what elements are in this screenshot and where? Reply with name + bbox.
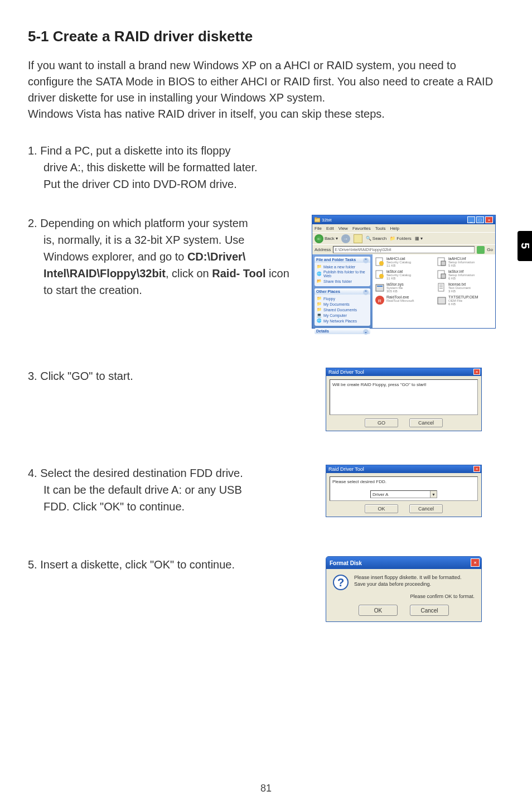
minimize-button[interactable]: _ — [467, 216, 475, 223]
format-disk-confirm: Please confirm OK to format. — [333, 594, 475, 599]
go-button[interactable]: GO — [365, 418, 398, 427]
up-button[interactable] — [354, 234, 362, 243]
task-publish[interactable]: 🌐Publish this folder to the Web — [317, 269, 368, 278]
ok-button[interactable]: OK — [359, 605, 398, 616]
format-disk-body: ? Please insert floppy diskette. It will… — [326, 569, 481, 621]
address-label: Address — [315, 247, 331, 252]
place-mycomputer[interactable]: 💻My Computer — [317, 312, 368, 318]
step-2-image-area: 32bit _ □ × File Edit View Favorites Too… — [303, 215, 504, 329]
folder-icon: 📁 — [317, 296, 322, 301]
folders-icon: 📁 — [390, 236, 395, 241]
file-icon: R — [375, 295, 385, 305]
sidebar-panel-tasks: File and Folder Tasks⌃ 📁Make a new folde… — [315, 257, 370, 286]
file-item[interactable]: TXTSETUP.OEMOEM File6 KB — [437, 295, 493, 306]
go-label: Go — [487, 247, 493, 252]
chevron-down-icon[interactable]: ▼ — [430, 491, 437, 498]
question-icon: ? — [333, 575, 349, 590]
globe-icon: 🌐 — [317, 272, 322, 276]
menu-edit[interactable]: Edit — [326, 226, 334, 231]
file-icon — [437, 295, 447, 305]
cancel-button[interactable]: Cancel — [410, 605, 449, 616]
panel-title-places[interactable]: Other Places⌃ — [315, 288, 370, 295]
cancel-button[interactable]: Cancel — [409, 418, 443, 427]
svg-point-7 — [379, 274, 384, 278]
raidtool-fdd-message: Please select desired FDD. Driver A ▼ — [330, 476, 478, 501]
forward-button[interactable]: → — [341, 234, 350, 243]
task-share[interactable]: 📂Share this folder — [317, 278, 368, 284]
file-item[interactable]: iaStor.catSecurity Catalog11 KB — [375, 269, 431, 280]
raidtool-fdd-dialog: Raid Driver Tool × Please select desired… — [326, 465, 482, 517]
close-button[interactable]: × — [473, 369, 480, 375]
svg-text:R: R — [378, 298, 381, 303]
menu-help[interactable]: Help — [390, 226, 399, 231]
fdd-combo[interactable]: Driver A ▼ — [370, 490, 437, 498]
cancel-button[interactable]: Cancel — [409, 504, 443, 513]
panel-title-details[interactable]: Details⌄ — [315, 328, 370, 334]
step-5: 5. Insert a diskette, click "OK" to cont… — [28, 556, 504, 622]
sidebar-panel-places: Other Places⌃ 📁Floppy 📁My Documents 📁Sha… — [315, 288, 370, 326]
chevron-up-icon[interactable]: ⌃ — [363, 258, 369, 263]
step-5-image-area: Format Disk × ? Please insert floppy dis… — [303, 556, 504, 622]
chapter-tab: 5 — [518, 231, 532, 261]
chevron-down-icon[interactable]: ⌄ — [363, 329, 369, 335]
format-disk-titlebar[interactable]: Format Disk × — [326, 557, 481, 569]
address-input[interactable]: E:\Driver\Intel\RAID\Floppy\32bit — [333, 246, 475, 253]
step-3: 3. Click "GO" to start. Raid Driver Tool… — [28, 368, 504, 431]
menu-file[interactable]: File — [315, 226, 322, 231]
explorer-body: File and Folder Tasks⌃ 📁Make a new folde… — [312, 254, 495, 328]
file-icon — [437, 269, 447, 279]
file-item[interactable]: license.txtText Document3 KB — [437, 282, 493, 293]
svg-rect-18 — [438, 297, 446, 304]
file-item[interactable]: IaStor.sysSystem file305 KB — [375, 282, 431, 293]
section-heading: 5-1 Create a RAID driver diskette — [28, 28, 504, 45]
explorer-title-text: 32bit — [322, 218, 331, 223]
folder-icon — [315, 217, 320, 223]
views-button[interactable]: ▦▾ — [415, 236, 423, 241]
search-button[interactable]: 🔍Search — [366, 236, 386, 241]
go-button[interactable] — [477, 246, 485, 254]
task-new-folder[interactable]: 📁Make a new folder — [317, 264, 368, 269]
explorer-menubar[interactable]: File Edit View Favorites Tools Help — [312, 224, 495, 232]
svg-rect-9 — [441, 274, 446, 278]
place-floppy[interactable]: 📁Floppy — [317, 296, 368, 301]
svg-rect-1 — [315, 218, 317, 219]
folder-icon: 📁 — [317, 264, 322, 269]
explorer-toolbar: ←Back▾ → 🔍Search 📁Folders ▦▾ — [312, 232, 495, 244]
close-button[interactable]: × — [473, 466, 480, 472]
file-icon — [375, 282, 385, 292]
svg-rect-12 — [438, 283, 444, 291]
menu-favorites[interactable]: Favorites — [352, 226, 371, 231]
file-item[interactable]: iaAHCI.infSetup Information5 KB — [437, 257, 493, 267]
step-4-text: 4. Select the desired destination FDD dr… — [28, 465, 303, 515]
folders-button[interactable]: 📁Folders — [390, 236, 412, 241]
ok-button[interactable]: OK — [365, 504, 398, 513]
place-shared[interactable]: 📁Shared Documents — [317, 307, 368, 312]
svg-rect-10 — [376, 285, 384, 291]
svg-rect-11 — [377, 286, 383, 287]
svg-rect-5 — [441, 261, 446, 266]
back-button[interactable]: ←Back▾ — [315, 234, 338, 243]
page-number: 81 — [260, 783, 272, 794]
place-network[interactable]: 🌐My Network Places — [317, 318, 368, 324]
dialog-title: Raid Driver Tool — [328, 369, 364, 375]
file-item[interactable]: iaAHCI.catSecurity Catalog11 KB — [375, 257, 431, 267]
file-item[interactable]: RRaidTool.exeRaidTool Microsoft — [375, 295, 431, 306]
file-icon — [375, 257, 385, 267]
menu-tools[interactable]: Tools — [375, 226, 386, 231]
close-button[interactable]: × — [471, 558, 480, 567]
panel-title-tasks[interactable]: File and Folder Tasks⌃ — [315, 257, 370, 263]
menu-view[interactable]: View — [338, 226, 348, 231]
raidtool-fdd-titlebar[interactable]: Raid Driver Tool × — [326, 465, 481, 473]
file-item[interactable]: iaStor.infSetup Information6 KB — [437, 269, 493, 280]
maximize-button[interactable]: □ — [476, 216, 484, 223]
explorer-titlebar[interactable]: 32bit _ □ × — [312, 215, 495, 224]
chevron-up-icon[interactable]: ⌃ — [363, 290, 369, 295]
step-2: 2. Depending on which platform your syst… — [28, 215, 504, 329]
explorer-files-area: iaAHCI.catSecurity Catalog11 KBiaAHCI.in… — [373, 254, 495, 328]
intro-paragraph: If you want to install a brand new Windo… — [28, 57, 504, 122]
place-mydocs[interactable]: 📁My Documents — [317, 301, 368, 307]
file-icon — [437, 257, 447, 267]
close-button[interactable]: × — [485, 216, 493, 223]
raidtool-go-titlebar[interactable]: Raid Driver Tool × — [326, 368, 481, 376]
explorer-sidebar: File and Folder Tasks⌃ 📁Make a new folde… — [312, 254, 373, 328]
